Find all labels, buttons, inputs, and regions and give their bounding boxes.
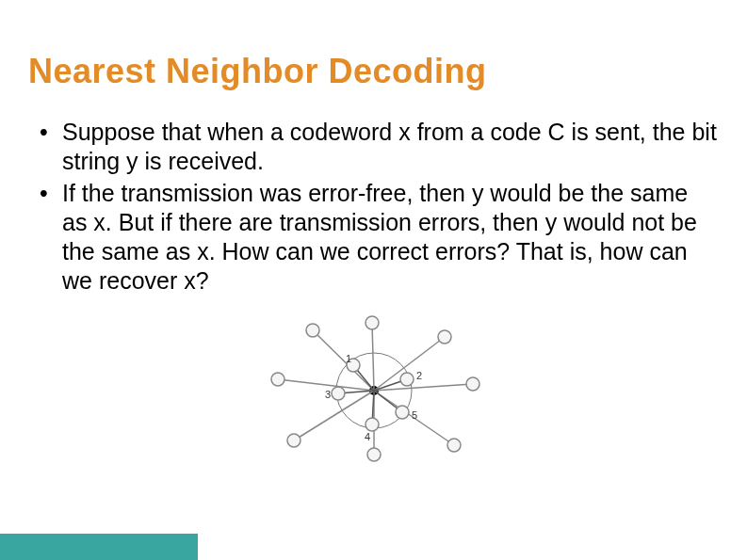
- diagram-label: 3: [325, 389, 331, 400]
- diagram-label: 4: [365, 431, 370, 442]
- svg-point-17: [271, 373, 284, 386]
- svg-point-5: [365, 316, 379, 329]
- bullet-item: If the transmission was error-free, then…: [36, 179, 719, 296]
- svg-line-2: [313, 330, 374, 391]
- svg-point-3: [306, 324, 319, 337]
- svg-line-4: [372, 323, 374, 391]
- svg-point-7: [438, 330, 451, 344]
- diagram-label: 2: [416, 370, 422, 381]
- nearest-neighbor-diagram-icon: 1 2 3 4 5: [261, 313, 487, 464]
- slide-title: Nearest Neighbor Decoding: [28, 52, 719, 91]
- svg-point-21: [400, 373, 414, 386]
- diagram-label: 1: [346, 353, 351, 364]
- diagram-label: 5: [412, 409, 417, 421]
- svg-point-27: [396, 406, 409, 419]
- slide: Nearest Neighbor Decoding Suppose that w…: [0, 0, 747, 560]
- svg-point-13: [367, 448, 381, 461]
- diagram-container: 1 2 3 4 5: [28, 313, 719, 464]
- svg-point-15: [287, 434, 300, 447]
- footer-accent-bar: [0, 534, 198, 560]
- svg-point-25: [365, 418, 379, 431]
- bullet-list: Suppose that when a codeword x from a co…: [28, 118, 719, 296]
- svg-point-11: [447, 439, 461, 452]
- svg-point-9: [466, 377, 479, 391]
- svg-point-23: [332, 387, 345, 400]
- bullet-item: Suppose that when a codeword x from a co…: [36, 118, 719, 177]
